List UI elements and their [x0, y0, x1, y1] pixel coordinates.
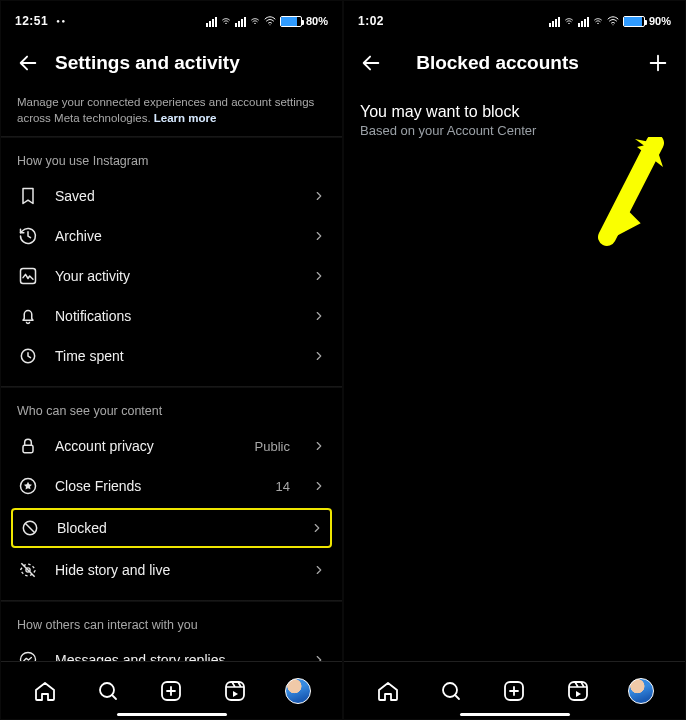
nav-home[interactable] [374, 677, 402, 705]
signal-icon [206, 16, 217, 27]
battery-pct: 80% [306, 15, 328, 27]
chevron-right-icon [312, 189, 326, 203]
screen-blocked: 1:02 90% Blocked accounts You may want t… [343, 0, 686, 720]
nav-profile[interactable] [627, 677, 655, 705]
nav-profile[interactable] [284, 677, 312, 705]
archive-icon [17, 225, 39, 247]
messenger-icon [17, 649, 39, 661]
bell-icon [17, 305, 39, 327]
status-time: 1:02 [358, 14, 384, 28]
learn-more-link[interactable]: Learn more [154, 112, 217, 124]
bottom-nav [1, 661, 342, 719]
wifi-small-icon [221, 16, 231, 27]
row-value: Public [255, 439, 290, 454]
lock-icon [17, 435, 39, 457]
chevron-right-icon [312, 479, 326, 493]
chevron-right-icon [312, 439, 326, 453]
row-archive[interactable]: Archive [1, 216, 342, 256]
svg-rect-0 [21, 269, 36, 284]
chevron-right-icon [312, 309, 326, 323]
meta-description: Manage your connected experiences and ac… [1, 85, 342, 130]
annotation-arrow-icon [595, 137, 665, 247]
svg-rect-13 [569, 682, 587, 700]
bookmark-icon [17, 185, 39, 207]
activity-icon [17, 265, 39, 287]
battery-icon [280, 16, 302, 27]
top-bar: Settings and activity [1, 41, 342, 85]
page-title: Blocked accounts [354, 52, 641, 74]
plus-icon [647, 52, 669, 74]
nav-search[interactable] [437, 677, 465, 705]
signal-icon [549, 16, 560, 27]
clock-icon [17, 345, 39, 367]
section-header: Who can see your content [1, 388, 342, 426]
chevron-right-icon [312, 563, 326, 577]
wifi-icon [264, 15, 276, 27]
status-bar: 12:51 ● ● 80% [1, 1, 342, 41]
chevron-right-icon [310, 521, 324, 535]
wifi-small-2-icon [250, 16, 260, 27]
nav-indicator [460, 713, 570, 716]
battery-pct: 90% [649, 15, 671, 27]
chevron-right-icon [312, 349, 326, 363]
section-header: How you use Instagram [1, 138, 342, 176]
row-account-privacy[interactable]: Account privacy Public [1, 426, 342, 466]
nav-reels[interactable] [564, 677, 592, 705]
avatar-icon [628, 678, 654, 704]
avatar-icon [285, 678, 311, 704]
row-your-activity[interactable]: Your activity [1, 256, 342, 296]
nav-create[interactable] [500, 677, 528, 705]
blocked-content: You may want to block Based on your Acco… [344, 85, 685, 661]
status-time: 12:51 [15, 14, 48, 28]
wifi-small-icon [564, 16, 574, 27]
row-close-friends[interactable]: Close Friends 14 [1, 466, 342, 506]
status-dots-icon: ● ● [56, 18, 65, 24]
bottom-nav [344, 661, 685, 719]
row-blocked[interactable]: Blocked [11, 508, 332, 548]
row-messages-story-replies[interactable]: Messages and story replies [1, 640, 342, 661]
top-bar: Blocked accounts [344, 41, 685, 85]
page-title: Settings and activity [55, 52, 240, 74]
row-value: 14 [276, 479, 290, 494]
row-notifications[interactable]: Notifications [1, 296, 342, 336]
star-circle-icon [17, 475, 39, 497]
chevron-right-icon [312, 653, 326, 661]
row-time-spent[interactable]: Time spent [1, 336, 342, 376]
signal-2-icon [235, 16, 246, 27]
nav-create[interactable] [157, 677, 185, 705]
wifi-icon [607, 15, 619, 27]
chevron-right-icon [312, 229, 326, 243]
row-hide-story[interactable]: Hide story and live [1, 550, 342, 590]
svg-rect-2 [23, 445, 33, 453]
blocked-subheading: Based on your Account Center [344, 123, 685, 138]
nav-home[interactable] [31, 677, 59, 705]
back-arrow-icon [17, 52, 39, 74]
screen-settings: 12:51 ● ● 80% Settings and activity Mana… [0, 0, 343, 720]
battery-icon [623, 16, 645, 27]
row-saved[interactable]: Saved [1, 176, 342, 216]
status-bar: 1:02 90% [344, 1, 685, 41]
nav-reels[interactable] [221, 677, 249, 705]
settings-scroll[interactable]: Manage your connected experiences and ac… [1, 85, 342, 661]
eye-off-icon [17, 559, 39, 581]
nav-search[interactable] [94, 677, 122, 705]
nav-indicator [117, 713, 227, 716]
svg-rect-10 [226, 682, 244, 700]
back-button[interactable] [11, 46, 45, 80]
blocked-heading: You may want to block [344, 85, 685, 123]
add-blocked-button[interactable] [641, 46, 675, 80]
wifi-small-2-icon [593, 16, 603, 27]
section-header: How others can interact with you [1, 602, 342, 640]
block-icon [19, 517, 41, 539]
signal-2-icon [578, 16, 589, 27]
chevron-right-icon [312, 269, 326, 283]
